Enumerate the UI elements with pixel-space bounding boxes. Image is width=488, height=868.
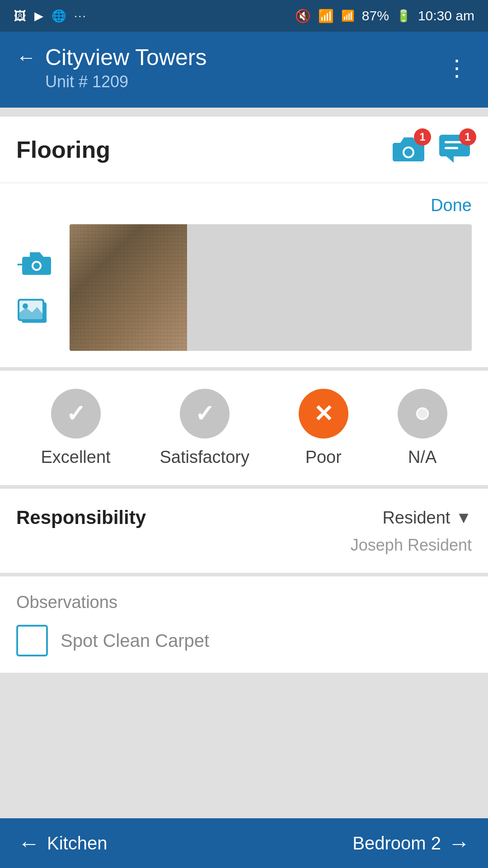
na-dot bbox=[416, 407, 429, 420]
poor-circle: ✕ bbox=[299, 389, 348, 439]
time-display: 10:30 am bbox=[418, 8, 474, 24]
play-icon: ▶ bbox=[34, 9, 43, 23]
flooring-card: Flooring 1 bbox=[0, 117, 488, 676]
unit-number: Unit # 1209 bbox=[45, 72, 207, 91]
globe-icon: 🌐 bbox=[52, 9, 66, 23]
add-photo-button[interactable]: + bbox=[16, 243, 57, 283]
photo-section: Done + bbox=[0, 183, 488, 371]
dropdown-arrow-icon: ▼ bbox=[455, 508, 472, 527]
next-label: Bedroom 2 bbox=[352, 833, 441, 854]
svg-point-8 bbox=[33, 263, 40, 269]
rating-satisfactory[interactable]: ✓ Satisfactory bbox=[160, 389, 249, 467]
observation-item-0[interactable]: Spot Clean Carpet bbox=[16, 625, 472, 656]
section-title: Flooring bbox=[16, 136, 110, 163]
bottom-nav: ← Kitchen Bedroom 2 → bbox=[0, 818, 488, 868]
satisfactory-circle: ✓ bbox=[180, 389, 230, 439]
battery-icon: 🔋 bbox=[396, 9, 411, 23]
rating-excellent[interactable]: ✓ Excellent bbox=[41, 389, 110, 467]
observation-checkbox-0[interactable] bbox=[16, 625, 48, 656]
na-circle bbox=[398, 389, 447, 439]
svg-marker-3 bbox=[446, 156, 454, 163]
prev-label: Kitchen bbox=[47, 833, 107, 854]
camera-badge: 1 bbox=[414, 128, 431, 146]
responsibility-section: Responsibility Resident ▼ Joseph Residen… bbox=[0, 489, 488, 576]
satisfactory-check: ✓ bbox=[195, 400, 215, 427]
excellent-label: Excellent bbox=[41, 448, 110, 467]
photo-gallery bbox=[70, 224, 472, 351]
svg-point-13 bbox=[23, 303, 28, 309]
observations-label: Observations bbox=[16, 593, 472, 612]
observation-text-0: Spot Clean Carpet bbox=[61, 631, 209, 651]
camera-button[interactable]: 1 bbox=[390, 133, 427, 166]
wifi-icon: 📶 bbox=[318, 9, 334, 24]
rating-section: ✓ Excellent ✓ Satisfactory ✕ Poor bbox=[0, 371, 488, 489]
header-title-block: Cityview Towers Unit # 1209 bbox=[45, 44, 207, 91]
poor-x: ✕ bbox=[314, 400, 333, 427]
prev-arrow-icon: ← bbox=[18, 831, 40, 856]
battery-text: 87% bbox=[362, 8, 389, 24]
excellent-circle: ✓ bbox=[51, 389, 101, 439]
satisfactory-label: Satisfactory bbox=[160, 448, 249, 467]
responsibility-value: Resident bbox=[382, 508, 450, 528]
app-header: ← Cityview Towers Unit # 1209 ⋮ bbox=[0, 32, 488, 108]
next-nav-button[interactable]: Bedroom 2 → bbox=[352, 831, 470, 856]
poor-label: Poor bbox=[305, 448, 342, 467]
flooring-icons: 1 1 bbox=[390, 133, 472, 166]
signal-icon: 📶 bbox=[341, 9, 355, 22]
svg-point-1 bbox=[404, 148, 413, 156]
status-bar-left: 🖼 ▶ 🌐 ··· bbox=[14, 9, 87, 24]
add-camera-icon: + bbox=[16, 243, 57, 282]
prev-nav-button[interactable]: ← Kitchen bbox=[18, 831, 107, 856]
header-left: ← Cityview Towers Unit # 1209 bbox=[16, 44, 207, 91]
gallery-button[interactable] bbox=[16, 294, 57, 332]
comment-badge: 1 bbox=[459, 128, 476, 146]
responsibility-person: Joseph Resident bbox=[16, 536, 472, 555]
photo-row: + bbox=[16, 224, 472, 351]
next-arrow-icon: → bbox=[448, 831, 470, 856]
rating-na[interactable]: N/A bbox=[398, 389, 447, 467]
property-name: Cityview Towers bbox=[45, 44, 207, 71]
main-content: Flooring 1 bbox=[0, 117, 488, 676]
responsibility-row: Responsibility Resident ▼ bbox=[16, 507, 472, 528]
responsibility-dropdown[interactable]: Resident ▼ bbox=[382, 508, 472, 528]
gallery-icon bbox=[16, 294, 55, 330]
status-bar-right: 🔇 📶 📶 87% 🔋 10:30 am bbox=[295, 8, 474, 24]
na-label: N/A bbox=[408, 448, 436, 467]
image-icon: 🖼 bbox=[14, 9, 26, 24]
menu-button[interactable]: ⋮ bbox=[442, 53, 472, 83]
photo-thumbnail[interactable] bbox=[70, 224, 187, 351]
mute-icon: 🔇 bbox=[295, 9, 311, 24]
rating-poor[interactable]: ✕ Poor bbox=[299, 389, 348, 467]
comment-button[interactable]: 1 bbox=[437, 133, 472, 166]
svg-rect-5 bbox=[445, 147, 458, 149]
responsibility-label: Responsibility bbox=[16, 507, 146, 528]
status-bar: 🖼 ▶ 🌐 ··· 🔇 📶 📶 87% 🔋 10:30 am bbox=[0, 0, 488, 32]
excellent-check: ✓ bbox=[66, 400, 86, 427]
flooring-header: Flooring 1 bbox=[0, 117, 488, 183]
done-button[interactable]: Done bbox=[16, 196, 472, 215]
dots-icon: ··· bbox=[74, 9, 87, 23]
photo-add-column: + bbox=[16, 224, 70, 351]
observations-section: Observations Spot Clean Carpet bbox=[0, 576, 488, 676]
back-button[interactable]: ← bbox=[16, 46, 36, 69]
